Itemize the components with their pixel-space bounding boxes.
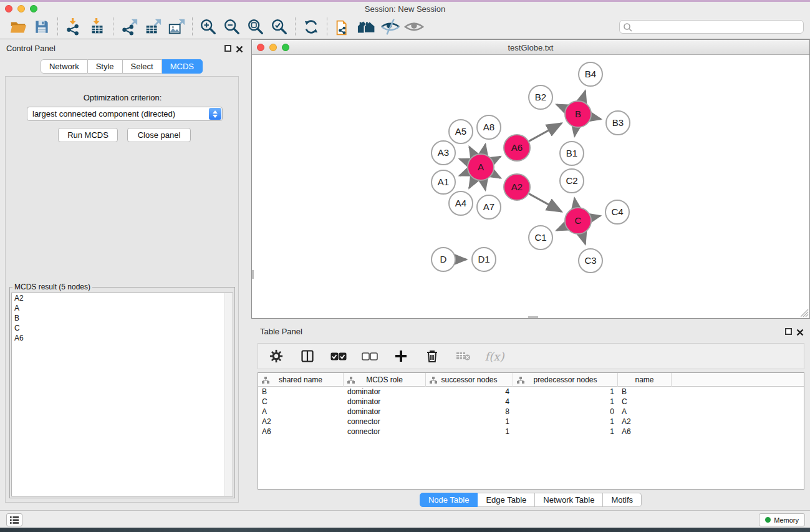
task-history-button[interactable] <box>6 513 22 526</box>
result-list-scrollbar[interactable] <box>224 293 233 496</box>
graph-node-B1[interactable]: B1 <box>560 142 584 165</box>
graph-node-A8[interactable]: A8 <box>477 115 501 139</box>
graph-edge-A2-C[interactable] <box>529 194 561 212</box>
zoom-fit-icon[interactable] <box>244 17 268 37</box>
float-panel-icon[interactable] <box>224 45 231 52</box>
graph-node-A2[interactable]: A2 <box>504 174 530 200</box>
graph-node-C2[interactable]: C2 <box>560 169 584 193</box>
split-view-icon[interactable] <box>299 348 316 364</box>
graph-edge-A-A1[interactable] <box>460 172 468 175</box>
tab-node-table[interactable]: Node Table <box>420 493 478 507</box>
delete-table-icon[interactable] <box>455 348 471 364</box>
graph-node-A4[interactable]: A4 <box>449 191 473 215</box>
table-row[interactable]: Bdominator41B <box>258 387 804 397</box>
tab-style[interactable]: Style <box>88 59 123 74</box>
graph-node-C[interactable]: C <box>565 208 591 234</box>
export-image-icon[interactable] <box>165 17 188 37</box>
column-header-successor-nodes[interactable]: successor nodes <box>426 373 513 387</box>
zoom-selected-icon[interactable] <box>268 17 291 37</box>
graph-edge-C-C4[interactable] <box>592 216 600 218</box>
graph-edge-A-A5[interactable] <box>470 147 475 155</box>
show-eye-icon[interactable] <box>402 17 426 37</box>
tab-network[interactable]: Network <box>41 59 88 74</box>
graph-edge-A-A3[interactable] <box>460 159 468 162</box>
graph-node-B3[interactable]: B3 <box>606 111 630 135</box>
settings-gear-icon[interactable] <box>268 348 284 364</box>
graph-node-B[interactable]: B <box>565 101 591 127</box>
tab-network-table[interactable]: Network Table <box>535 493 603 507</box>
tab-edge-table[interactable]: Edge Table <box>478 493 535 507</box>
float-table-panel-icon[interactable] <box>785 328 792 335</box>
table-row[interactable]: Cdominator41C <box>258 397 804 407</box>
graph-edge-B-B4[interactable] <box>582 91 586 101</box>
add-column-icon[interactable] <box>393 348 409 364</box>
graph-node-A1[interactable]: A1 <box>432 170 455 194</box>
optimization-criterion-select[interactable]: largest connected component (directed) <box>27 107 223 121</box>
table-row[interactable]: Adominator80A <box>258 407 804 417</box>
network-canvas[interactable]: ABCA2A6A1A3A4A5A7A8B1B2B3B4C1C2C3C4DD1 <box>252 55 809 318</box>
zoom-in-icon[interactable] <box>196 17 220 37</box>
home-icon[interactable] <box>355 17 378 37</box>
graph-node-C1[interactable]: C1 <box>529 226 552 249</box>
graph-edge-C-C2[interactable] <box>574 198 576 208</box>
tab-motifs[interactable]: Motifs <box>603 493 642 507</box>
column-header-name[interactable]: name <box>618 373 672 387</box>
close-panel-button[interactable]: Close panel <box>127 128 191 142</box>
graph-node-B2[interactable]: B2 <box>529 85 552 109</box>
open-session-icon[interactable] <box>6 17 30 37</box>
graph-edge-B-B1[interactable] <box>574 128 576 137</box>
table-row[interactable]: A6connector11A6 <box>258 427 804 437</box>
column-header-shared-name[interactable]: shared name <box>258 373 344 387</box>
resize-grip-icon[interactable] <box>801 309 809 317</box>
graph-node-A5[interactable]: A5 <box>449 120 473 143</box>
search-input[interactable] <box>619 20 804 34</box>
graph-edge-C-C3[interactable] <box>582 234 586 244</box>
result-item[interactable]: A2 <box>12 293 233 303</box>
delete-column-icon[interactable] <box>424 348 440 364</box>
import-network-icon[interactable] <box>62 17 85 37</box>
zoom-out-icon[interactable] <box>220 17 244 37</box>
vertical-scrollbar-thumb[interactable] <box>252 270 254 279</box>
result-item[interactable]: C <box>12 323 233 333</box>
deselect-all-checkboxes-icon[interactable] <box>362 348 378 364</box>
column-header-predecessor-nodes[interactable]: predecessor nodes <box>513 373 618 387</box>
graph-edge-A-A7[interactable] <box>483 181 485 190</box>
graph-edge-C-C1[interactable] <box>557 226 566 231</box>
result-item[interactable]: B <box>12 313 233 323</box>
graph-node-A3[interactable]: A3 <box>432 141 455 165</box>
graph-edge-A-A4[interactable] <box>470 179 475 188</box>
refresh-layout-icon[interactable] <box>299 17 323 37</box>
save-session-icon[interactable] <box>30 17 54 37</box>
run-mcds-button[interactable]: Run MCDS <box>58 128 118 142</box>
graph-node-D1[interactable]: D1 <box>472 248 496 271</box>
horizontal-scrollbar-thumb[interactable] <box>528 316 538 318</box>
graph-node-A[interactable]: A <box>468 154 494 180</box>
close-table-panel-icon[interactable] <box>796 327 804 339</box>
tab-select[interactable]: Select <box>123 59 162 74</box>
close-panel-icon[interactable] <box>236 44 243 56</box>
result-item[interactable]: A <box>12 303 233 313</box>
import-table-icon[interactable] <box>85 17 109 37</box>
graph-node-A7[interactable]: A7 <box>477 195 501 219</box>
graph-edge-B-B3[interactable] <box>592 117 601 119</box>
graph-edge-A-A2[interactable] <box>493 174 500 178</box>
graph-node-C4[interactable]: C4 <box>605 200 629 224</box>
column-header-mcds-role[interactable]: MCDS role <box>344 373 426 387</box>
network-document-icon[interactable] <box>331 17 355 37</box>
function-builder-icon[interactable]: f(x) <box>486 348 503 364</box>
graph-node-B4[interactable]: B4 <box>579 62 602 86</box>
hide-eye-icon[interactable] <box>378 17 402 37</box>
graph-node-A6[interactable]: A6 <box>504 135 530 161</box>
result-item[interactable]: A6 <box>12 333 233 343</box>
memory-button[interactable]: Memory <box>759 513 805 526</box>
graph-edge-A6-B[interactable] <box>529 123 561 142</box>
export-network-icon[interactable] <box>117 17 141 37</box>
graph-edge-A-A8[interactable] <box>483 144 485 153</box>
graph-node-D[interactable]: D <box>432 248 455 271</box>
graph-edge-B-B2[interactable] <box>557 105 566 109</box>
select-all-checkboxes-icon[interactable] <box>330 348 347 364</box>
export-table-icon[interactable] <box>141 17 165 37</box>
table-row[interactable]: A2connector11A2 <box>258 417 804 427</box>
graph-node-C3[interactable]: C3 <box>579 249 602 273</box>
tab-mcds[interactable]: MCDS <box>162 59 203 74</box>
